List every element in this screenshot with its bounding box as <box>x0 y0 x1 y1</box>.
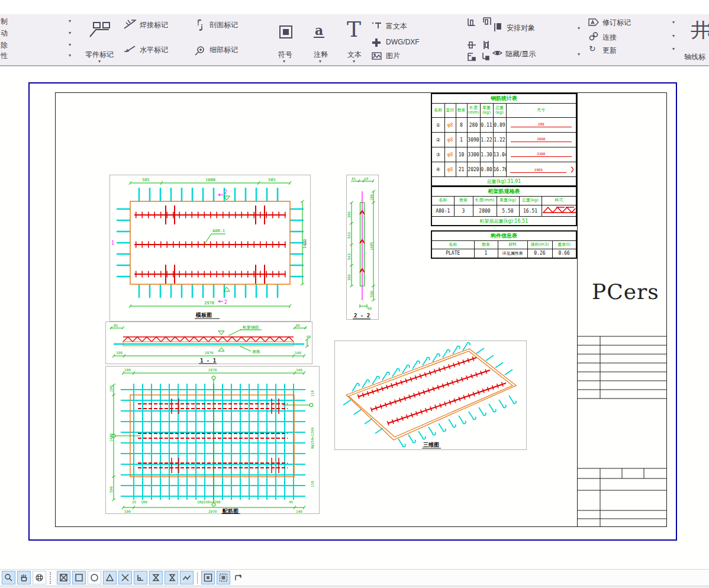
chevron-down-icon[interactable]: ▾ <box>672 47 675 52</box>
snap-intersection-button[interactable] <box>118 571 132 584</box>
align-bottom-icon[interactable] <box>467 18 478 27</box>
view-title: 三维图 <box>423 442 439 448</box>
plus-icon <box>372 38 381 47</box>
chevron-down-icon[interactable]: ▾ <box>69 43 71 47</box>
component-info-table: 构件信息表 名称 数量 材料 体积(m3) 重量(t) PLATE 1 详见属性… <box>431 230 577 259</box>
cell: φ8 <box>444 162 456 177</box>
toolbar-grip <box>50 572 53 584</box>
application-window: 制 动 除 性 ▾ ▾ ▾ ▾ 零件标记 ▾ 焊接标记 <box>0 0 709 588</box>
plate-outline-3d <box>346 349 516 440</box>
col-header: 单重(kg) <box>497 197 519 205</box>
snap-area-button[interactable] <box>217 571 230 584</box>
snap-extension-button[interactable] <box>149 571 163 584</box>
svg-text:桁架钢筋: 桁架钢筋 <box>243 325 259 330</box>
dim-sketch-cell: 3090 <box>506 133 576 147</box>
snap-nearest-button[interactable] <box>180 571 194 584</box>
chevron-down-icon[interactable]: ▾ <box>69 19 71 24</box>
rebar-total: 总重(kg):31.91 <box>431 177 576 187</box>
truss-style-cell <box>542 205 576 217</box>
dwg-dxf-label: DWG/DXF <box>386 38 420 46</box>
snap-point-button[interactable] <box>201 571 215 584</box>
col-header: 直径 <box>444 104 456 118</box>
shaded-mesh-button[interactable] <box>33 571 46 584</box>
update-icon: ↻ <box>589 44 596 53</box>
stack-icon[interactable] <box>467 52 478 62</box>
svg-text:190: 190 <box>369 194 373 201</box>
snap-extension-dotted-button[interactable] <box>165 571 178 584</box>
chevron-down-icon[interactable]: ▾ <box>578 52 580 57</box>
symbol-button[interactable]: 符号 ▾ <box>273 21 297 64</box>
picture-label: 图片 <box>386 51 400 61</box>
toolbar-separator <box>197 572 198 584</box>
title-block-grid <box>577 92 668 527</box>
align-top-icon[interactable] <box>481 17 492 26</box>
cell: 13.04 <box>493 147 506 162</box>
view-title: 2 - 2 <box>354 313 370 319</box>
svg-text:118: 118 <box>310 481 314 487</box>
svg-text:100: 100 <box>141 500 147 504</box>
cell: PLATE <box>431 249 474 258</box>
order-icon[interactable] <box>481 52 492 62</box>
svg-text:18@150=2700: 18@150=2700 <box>197 500 221 504</box>
svg-text:190: 190 <box>124 509 131 513</box>
section-mark-icon <box>194 19 206 31</box>
cell: 3090 <box>467 133 480 147</box>
chevron-down-icon[interactable]: ▾ <box>69 53 71 58</box>
snap-midpoint-button[interactable] <box>103 571 117 584</box>
snap-reference-button[interactable] <box>57 571 70 584</box>
transverse-bars <box>121 384 305 500</box>
snap-endpoint-button[interactable] <box>72 571 86 584</box>
part-mark-button[interactable]: 零件标记 ▾ <box>83 19 120 64</box>
distribute-icon[interactable] <box>481 40 492 50</box>
ribbon-item-copy-partial[interactable]: 制 <box>1 17 8 27</box>
chevron-down-icon[interactable]: ▾ <box>672 34 675 38</box>
svg-text:1: 1 <box>304 240 307 246</box>
ribbon-item-props-partial[interactable]: 性 <box>1 51 8 61</box>
snap-perpendicular-button[interactable] <box>134 571 147 584</box>
cell: 1.22 <box>493 133 506 147</box>
annotation-button[interactable]: a 注释 ▾ <box>308 21 334 64</box>
level-mark-icon <box>123 45 137 54</box>
table-row: PLATE 1 详见属性表 0.26 0.66 <box>431 249 576 258</box>
col-header: 长度(mm) <box>467 104 480 118</box>
svg-text:543: 543 <box>347 253 351 260</box>
leader-labels: 桁架钢筋 底板 <box>228 325 262 354</box>
svg-text:60: 60 <box>307 335 311 339</box>
chevron-down-icon[interactable]: ▾ <box>69 31 71 36</box>
align-middle-icon[interactable] <box>467 40 478 50</box>
snap-free-button[interactable] <box>232 571 246 584</box>
view-title: 1 - 1 <box>200 358 216 364</box>
drawing-canvas[interactable]: PCers 钢筋统计表 名称 直径 数量 长度(mm) 单重(kg) 总重(kg… <box>0 68 709 569</box>
svg-text:590: 590 <box>109 486 113 493</box>
company-logo: PCers <box>592 279 653 304</box>
ribbon-item-delete-partial[interactable]: 除 <box>1 40 8 50</box>
ribbon-item-move-partial[interactable]: 动 <box>1 28 8 38</box>
view-title: 模板图 <box>195 312 212 318</box>
col-header: 体积(m3) <box>527 241 552 249</box>
cell: 3300 <box>467 147 480 162</box>
svg-text:1485: 1485 <box>369 242 373 250</box>
col-header: 材料 <box>498 241 527 249</box>
axis-mark-button[interactable]: 井 轴线标 <box>684 19 709 65</box>
zoom-area-button[interactable] <box>2 571 15 584</box>
svg-text:2970: 2970 <box>208 509 217 513</box>
text-button[interactable]: T 文本 ▾ <box>342 18 368 64</box>
pan-hand-button[interactable] <box>17 571 31 584</box>
eye-icon <box>492 49 502 57</box>
col-header: 数量 <box>454 197 473 205</box>
chevron-down-icon[interactable]: ▾ <box>578 26 580 31</box>
cell: 1 <box>474 249 498 258</box>
cell: 8 <box>456 118 467 133</box>
cell: 0.89 <box>493 118 506 133</box>
col-header: 单重(kg) <box>480 104 493 118</box>
symbol-icon <box>279 25 293 39</box>
dim-sketch-cell: 1965 <box>506 162 576 177</box>
cell: 0.26 <box>527 249 552 258</box>
cell: 1.30 <box>480 147 493 162</box>
chevron-down-icon[interactable]: ▾ <box>672 20 675 25</box>
dim-sketch-cell: 3300 <box>506 147 576 162</box>
svg-text:25: 25 <box>132 500 137 504</box>
svg-text:390: 390 <box>347 211 351 218</box>
truss-style-glyph <box>542 206 576 214</box>
snap-center-button[interactable] <box>88 571 101 584</box>
